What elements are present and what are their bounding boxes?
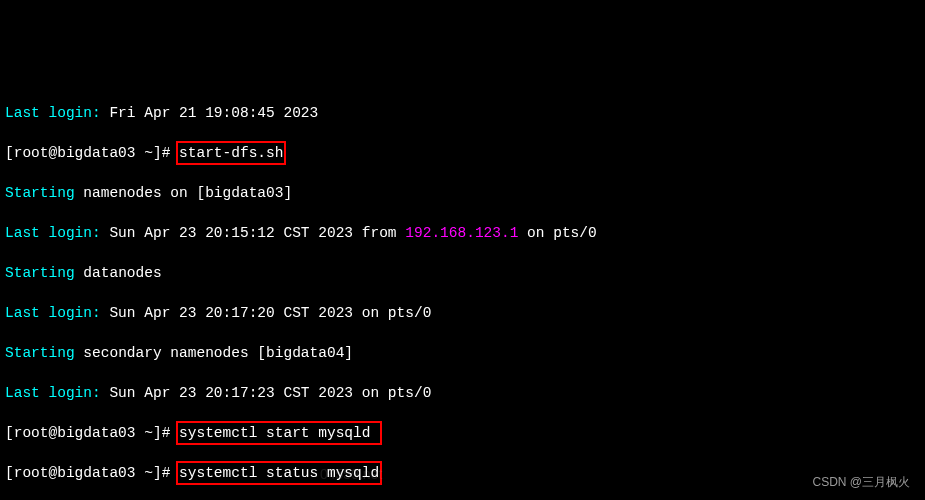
terminal-output[interactable]: Last login: Fri Apr 21 19:08:45 2023 [ro… bbox=[5, 83, 920, 500]
value: Sun Apr 23 20:17:23 CST 2023 on pts/0 bbox=[101, 385, 432, 401]
ip-address: 192.168.123.1 bbox=[405, 225, 518, 241]
line-prompt-start-dfs: [root@bigdata03 ~]# start-dfs.sh bbox=[5, 143, 920, 163]
value: Sun Apr 23 20:15:12 CST 2023 from bbox=[101, 225, 406, 241]
text: datanodes bbox=[75, 265, 162, 281]
prompt: [root@bigdata03 ~]# bbox=[5, 145, 179, 161]
line-starting-namenodes: Starting namenodes on [bigdata03] bbox=[5, 183, 920, 203]
label: Last login: bbox=[5, 385, 101, 401]
cmd-start-dfs: start-dfs.sh bbox=[176, 141, 286, 165]
csdn-watermark: CSDN @三月枫火 bbox=[812, 472, 910, 492]
line-last-login-3: Last login: Sun Apr 23 20:17:20 CST 2023… bbox=[5, 303, 920, 323]
line-prompt-systemctl-status: [root@bigdata03 ~]# systemctl status mys… bbox=[5, 463, 920, 483]
status: Starting bbox=[5, 265, 75, 281]
status: Starting bbox=[5, 345, 75, 361]
prompt: [root@bigdata03 ~]# bbox=[5, 465, 179, 481]
value: Sun Apr 23 20:17:20 CST 2023 on pts/0 bbox=[101, 305, 432, 321]
label: Last login: bbox=[5, 105, 101, 121]
line-starting-secondary: Starting secondary namenodes [bigdata04] bbox=[5, 343, 920, 363]
label: Last login: bbox=[5, 225, 101, 241]
status: Starting bbox=[5, 185, 75, 201]
text: namenodes on [bigdata03] bbox=[75, 185, 293, 201]
cmd-systemctl-start: systemctl start mysqld bbox=[176, 421, 382, 445]
line-last-login-1: Last login: Fri Apr 21 19:08:45 2023 bbox=[5, 103, 920, 123]
line-prompt-systemctl-start: [root@bigdata03 ~]# systemctl start mysq… bbox=[5, 423, 920, 443]
value: Fri Apr 21 19:08:45 2023 bbox=[101, 105, 319, 121]
text: secondary namenodes [bigdata04] bbox=[75, 345, 353, 361]
line-last-login-2: Last login: Sun Apr 23 20:15:12 CST 2023… bbox=[5, 223, 920, 243]
tail: on pts/0 bbox=[518, 225, 596, 241]
faint-watermark: 04559.net bbox=[320, 464, 382, 484]
line-last-login-4: Last login: Sun Apr 23 20:17:23 CST 2023… bbox=[5, 383, 920, 403]
prompt: [root@bigdata03 ~]# bbox=[5, 425, 179, 441]
line-starting-datanodes: Starting datanodes bbox=[5, 263, 920, 283]
label: Last login: bbox=[5, 305, 101, 321]
